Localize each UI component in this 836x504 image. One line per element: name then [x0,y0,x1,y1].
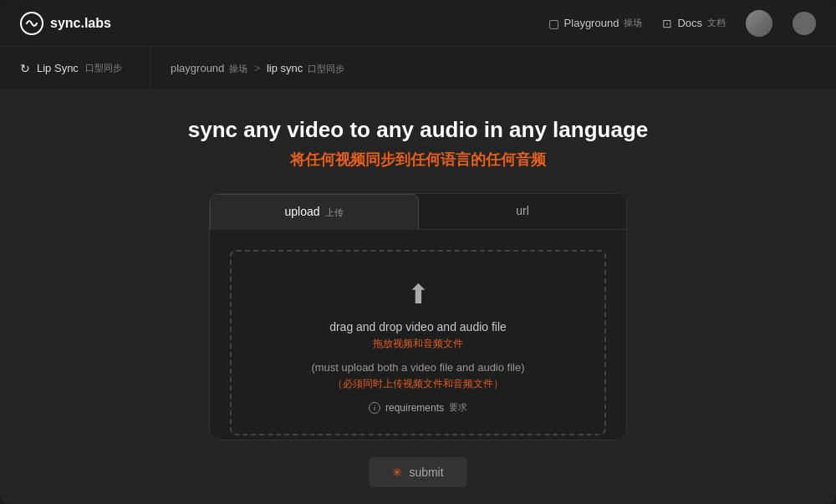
upload-card: upload 上传 url ⬆ drag and drop video and … [209,193,627,440]
drop-zone[interactable]: ⬆ drag and drop video and audio file 拖放视… [230,250,606,435]
main-content: sync any video to any audio in any langu… [0,90,836,504]
user-menu-trigger[interactable] [793,12,816,35]
upload-body: ⬆ drag and drop video and audio file 拖放视… [210,230,626,440]
breadcrumb-current-label: lip sync [267,62,303,74]
drop-note-zh: （必须同时上传视频文件和音频文件） [248,377,588,391]
breadcrumb-separator: > [254,63,260,74]
playground-icon: ▢ [548,17,559,30]
breadcrumb-root-cn: 操场 [229,64,247,74]
breadcrumb-root-label: playground [171,62,224,74]
docs-icon: ⊡ [662,17,672,30]
tab-upload-cn: 上传 [325,207,344,217]
logo[interactable]: sync.labs [20,12,111,35]
drop-text-en: drag and drop video and audio file [248,320,588,333]
breadcrumb-root[interactable]: playground 操场 [171,62,247,75]
navbar: sync.labs ▢ Playground 操场 ⊡ Docs 文档 [0,0,836,47]
breadcrumb-current: lip sync 口型同步 [267,62,344,75]
sync-labs-icon [20,12,43,35]
playground-nav-link[interactable]: ▢ Playground 操场 [548,17,643,30]
lipsync-cn: 口型同步 [85,62,122,74]
breadcrumb: playground 操场 > lip sync 口型同步 [150,62,364,75]
tab-bar: upload 上传 url [210,194,626,230]
breadcrumb-bar: ↻ Lip Sync 口型同步 playground 操场 > lip sync… [0,47,836,90]
avatar[interactable] [746,10,772,37]
submit-button[interactable]: ✳ submit [369,457,466,487]
avatar-image [746,10,772,37]
requirements-cn: 要求 [449,401,467,414]
drop-text-zh: 拖放视频和音频文件 [248,337,588,351]
submit-label: submit [409,466,443,479]
docs-nav-link[interactable]: ⊡ Docs 文档 [662,17,726,30]
docs-nav-cn: 文档 [707,17,726,29]
lipsync-icon: ↻ [20,62,30,75]
drop-note-en: (must upload both a video file and audio… [248,361,588,374]
brand-name: sync.labs [50,16,111,31]
page-title-en: sync any video to any audio in any langu… [188,117,648,143]
playground-nav-label: Playground [564,17,619,29]
info-icon: i [369,402,380,414]
page-title-zh: 将任何视频同步到任何语言的任何音频 [290,150,546,170]
playground-nav-cn: 操场 [624,17,642,29]
sidebar-item-lipsync[interactable]: ↻ Lip Sync 口型同步 [0,47,150,89]
submit-star-icon: ✳ [392,466,402,479]
tab-upload-label: upload [285,205,320,218]
breadcrumb-current-cn: 口型同步 [308,64,344,74]
tab-upload[interactable]: upload 上传 [210,194,419,230]
submit-row: ✳ submit [369,457,466,487]
tab-url[interactable]: url [419,194,626,229]
lipsync-label: Lip Sync [37,62,79,74]
upload-icon: ⬆ [248,278,588,310]
tab-url-label: url [516,204,529,217]
nav-right: ▢ Playground 操场 ⊡ Docs 文档 [548,10,816,37]
requirements-label: requirements [385,402,444,414]
docs-nav-label: Docs [677,17,702,29]
requirements-link[interactable]: i requirements 要求 [248,401,588,414]
